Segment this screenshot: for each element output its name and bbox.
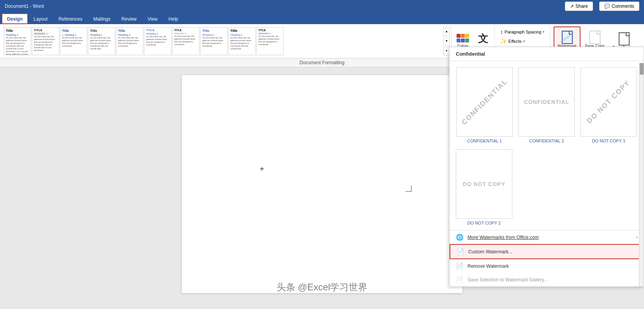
title-bar: Document1 - Word ↗ Share 💬 Comments: [0, 0, 644, 12]
page-color-icon: [589, 31, 600, 44]
custom-watermark-icon: 📄: [457, 248, 464, 255]
watermark-thumb-copy1: DO NOT COPY: [580, 67, 637, 137]
watermark-panel-header: Confidential: [450, 47, 644, 61]
watermark-label-copy2: DO NOT COPY 2: [468, 221, 501, 225]
paragraph-spacing-button[interactable]: ↕ Paragraph Spacing ▾: [499, 28, 546, 36]
page-corner-marker: [406, 186, 412, 192]
effects-icon: ✨: [500, 38, 507, 44]
tab-layout[interactable]: Layout: [28, 14, 53, 24]
page-borders-icon: [619, 32, 630, 46]
watermark-label-conf1: CONFIDENTIAL 1: [467, 139, 502, 143]
share-icon: ↗: [570, 4, 574, 9]
title-bar-title: Document1 - Word: [5, 4, 44, 9]
watermark-panel-footer: 🌐 More Watermarks from Office.com › 📄 Cu…: [450, 230, 644, 286]
watermark-grid-row2: DO NOT COPY DO NOT COPY 2: [450, 149, 644, 230]
paragraph-spacing-arrow: ▾: [543, 30, 545, 34]
gallery-scroll-more[interactable]: ▾: [443, 47, 450, 55]
custom-watermark-button[interactable]: 📄 Custom Watermark...: [450, 244, 644, 259]
title-bar-right: ↗ Share 💬 Comments: [565, 2, 639, 11]
watermark-text-conf2: CONFIDENTIAL: [524, 99, 569, 105]
theme-4[interactable]: Title Heading 1 On the Insert tab, the g…: [116, 27, 143, 55]
watermark-text-copy1: DO NOT COPY: [586, 79, 632, 125]
theme-gallery: Title Heading 1 On the Insert tab, the g…: [3, 26, 442, 56]
theme-7[interactable]: Title Heading 1 On the Insert tab, the g…: [200, 27, 228, 55]
more-watermarks-button[interactable]: 🌐 More Watermarks from Office.com ›: [450, 230, 644, 244]
more-watermarks-arrow: ›: [636, 235, 637, 239]
effects-button[interactable]: ✨ Effects ▾: [499, 37, 546, 45]
remove-watermark-button[interactable]: 📄 Remove Watermark: [450, 259, 644, 273]
effects-arrow: ▾: [523, 39, 525, 43]
theme-6[interactable]: TITLE HEADING 1 On the Insert tab, the g…: [172, 27, 199, 55]
watermark-text-copy2: DO NOT COPY: [463, 181, 505, 187]
watermark-thumb-conf2: CONFIDENTIAL: [518, 67, 575, 137]
gallery-scroll: ▲ ▼ ▾: [443, 27, 450, 55]
tab-mailings[interactable]: Mailings: [88, 14, 116, 24]
watermark-panel: Confidential CONFIDENTIAL CONFIDENTIAL 1…: [449, 47, 644, 287]
theme-default[interactable]: Title Heading 1 On the Insert tab, the g…: [4, 27, 31, 55]
panel-scrollbar[interactable]: [639, 63, 644, 286]
watermark-label-conf2: CONFIDENTIAL 2: [529, 139, 564, 143]
watermark-grid: CONFIDENTIAL CONFIDENTIAL 1 CONFIDENTIAL…: [450, 61, 644, 149]
theme-gallery-section: Title Heading 1 On the Insert tab, the g…: [2, 25, 452, 57]
cursor: +: [260, 165, 265, 174]
gallery-scroll-down[interactable]: ▼: [443, 37, 450, 46]
theme-1[interactable]: TITLE HEADING 1 On the Insert tab, the g…: [32, 27, 59, 55]
share-button[interactable]: ↗ Share: [565, 2, 593, 11]
theme-2[interactable]: Title 1. Heading 1 On the Insert tab, th…: [60, 27, 87, 55]
tab-help[interactable]: Help: [163, 14, 184, 24]
comments-icon: 💬: [604, 4, 610, 9]
save-selection-button[interactable]: 📄 Save Selection to Watermark Gallery...: [450, 273, 644, 286]
paragraph-spacing-icon: ↕: [500, 29, 503, 35]
watermark-icon: CONFIDENTIAL: [562, 31, 573, 44]
remove-watermark-icon: 📄: [456, 262, 464, 270]
panel-scroll-thumb: [640, 63, 644, 75]
tab-design[interactable]: Design: [2, 13, 28, 24]
save-selection-icon: 📄: [456, 276, 464, 283]
theme-3[interactable]: Title Heading 1 On the Insert tab, the g…: [88, 27, 115, 55]
tab-review[interactable]: Review: [116, 14, 142, 24]
watermark-label-copy1: DO NOT COPY 1: [592, 139, 625, 143]
gallery-scroll-up[interactable]: ▲: [443, 27, 450, 36]
title-bar-left: Document1 - Word: [5, 4, 44, 9]
comments-button[interactable]: 💬 Comments: [599, 2, 639, 11]
document-page[interactable]: +: [182, 75, 462, 293]
watermark-text-conf1: CONFIDENTIAL: [460, 77, 509, 127]
tab-view[interactable]: View: [142, 14, 163, 24]
theme-5[interactable]: TITLE Heading 1 On the Insert tab, the g…: [144, 27, 171, 55]
ribbon-tab-bar: Design Layout References Mailings Review…: [0, 12, 644, 24]
watermark-item-copy2[interactable]: DO NOT COPY DO NOT COPY 2: [456, 149, 512, 225]
watermark-thumb-copy2: DO NOT COPY: [456, 149, 512, 219]
theme-9[interactable]: TITLE HEADING 1 On the Insert tab, the g…: [256, 27, 284, 55]
watermark-thumb-conf1: CONFIDENTIAL: [456, 67, 513, 137]
watermark-item-conf1[interactable]: CONFIDENTIAL CONFIDENTIAL 1: [456, 67, 513, 143]
tab-references[interactable]: References: [53, 14, 88, 24]
watermark-item-copy1[interactable]: DO NOT COPY DO NOT COPY 1: [580, 67, 637, 143]
globe-icon: 🌐: [456, 234, 464, 241]
theme-8[interactable]: Title Heading 1 On the Insert tab, the g…: [228, 27, 256, 55]
watermark-item-conf2[interactable]: CONFIDENTIAL CONFIDENTIAL 2: [518, 67, 575, 143]
